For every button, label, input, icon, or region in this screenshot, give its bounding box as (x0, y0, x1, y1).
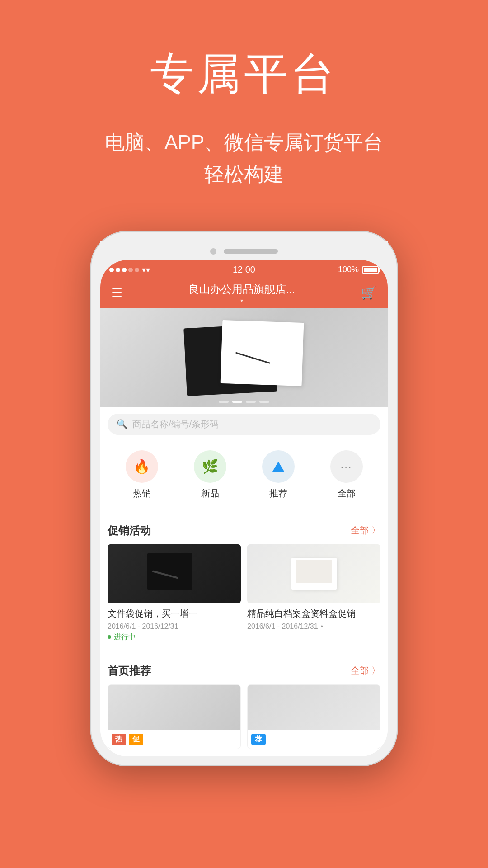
hero-subtitle-line2: 轻松构建 (204, 163, 284, 185)
nav-chevron-icon: ▾ (240, 297, 243, 304)
triangle-icon (272, 460, 285, 473)
promo-title-1: 文件袋促销，买一增一 (108, 608, 241, 620)
banner[interactable] (100, 308, 388, 407)
promo-img-1 (108, 544, 241, 603)
banner-indicators (219, 401, 269, 403)
status-bar: ▾▾ 12:00 100% (100, 260, 388, 280)
status-left: ▾▾ (109, 265, 150, 275)
status-dot-1 (108, 635, 111, 639)
status-time: 12:00 (233, 264, 255, 275)
new-icon: 🌿 (202, 458, 218, 474)
category-rec[interactable]: 推荐 (262, 450, 295, 500)
dots-icon: ··· (340, 460, 352, 473)
promotions-title: 促销活动 (108, 524, 151, 538)
featured-item-1[interactable]: 热 促 (108, 684, 241, 749)
hot-icon: 🔥 (133, 458, 150, 474)
promo-date-1: 2016/6/1 - 2016/12/31 (108, 623, 241, 631)
category-new[interactable]: 🌿 新品 (194, 450, 226, 500)
cat-new-label: 新品 (201, 487, 219, 500)
phone-camera (210, 248, 216, 255)
cat-all-label: 全部 (338, 487, 356, 500)
banner-content (178, 310, 310, 406)
status-active-1: 进行中 (114, 632, 136, 642)
promo-img-dark (108, 544, 241, 603)
search-section: 🔍 商品名称/编号/条形码 (100, 407, 388, 441)
promo-cards: 文件袋促销，买一增一 2016/6/1 - 2016/12/31 进行中 (108, 544, 380, 642)
featured-items: 热 促 荐 (108, 684, 380, 749)
hero-title: 专属平台 (0, 45, 488, 104)
signal-dot-5 (135, 268, 139, 272)
phone-inner: ▾▾ 12:00 100% ☰ 良山办公用品旗舰店... ▾ 🛒 (100, 260, 388, 756)
featured-more[interactable]: 全部 〉 (351, 665, 380, 677)
badge-row-1: 热 促 (108, 730, 240, 749)
nav-title-container: 良山办公用品旗舰店... ▾ (188, 282, 295, 304)
featured-title: 首页推荐 (108, 664, 151, 678)
badge-row-2: 荐 (248, 730, 380, 749)
status-right: 100% (338, 265, 379, 274)
promotions-section: 促销活动 全部 〉 (100, 516, 388, 649)
category-all[interactable]: ··· 全部 (330, 450, 363, 500)
battery-fill (364, 268, 377, 272)
search-placeholder: 商品名称/编号/条形码 (132, 418, 219, 430)
promo-title-2: 精品纯白档案盒资料盒促销 (247, 608, 380, 620)
promo-date-2: 2016/6/1 - 2016/12/31 • (247, 623, 380, 631)
cat-rec-label: 推荐 (269, 487, 287, 500)
featured-header: 首页推荐 全部 〉 (108, 664, 380, 678)
hero-subtitle-line1: 电脑、APP、微信专属订货平台 (105, 131, 383, 153)
cat-all-circle: ··· (330, 450, 363, 483)
battery-icon (362, 266, 379, 274)
cat-new-circle: 🌿 (194, 450, 226, 483)
badge-rec: 荐 (251, 734, 266, 745)
cat-hot-circle: 🔥 (126, 450, 158, 483)
badge-hot: 热 (112, 734, 126, 745)
nav-bar: ☰ 良山办公用品旗舰店... ▾ 🛒 (100, 280, 388, 308)
promo-status-1: 进行中 (108, 632, 241, 642)
battery-percent: 100% (338, 265, 359, 274)
hero-section: 专属平台 电脑、APP、微信专属订货平台 轻松构建 (0, 0, 488, 217)
promo-img-2 (247, 544, 380, 603)
signal-dots (109, 268, 139, 272)
promotions-more[interactable]: 全部 〉 (351, 524, 380, 537)
promo-card-2[interactable]: 精品纯白档案盒资料盒促销 2016/6/1 - 2016/12/31 • (247, 544, 380, 642)
indicator-3 (246, 401, 256, 403)
category-hot[interactable]: 🔥 热销 (126, 450, 158, 500)
badge-promo: 促 (129, 734, 143, 745)
search-bar[interactable]: 🔍 商品名称/编号/条形码 (108, 414, 380, 435)
featured-item-2[interactable]: 荐 (247, 684, 380, 749)
promotions-header: 促销活动 全部 〉 (108, 524, 380, 538)
cat-rec-circle (262, 450, 295, 483)
promo-card-1[interactable]: 文件袋促销，买一增一 2016/6/1 - 2016/12/31 进行中 (108, 544, 241, 642)
phone-speaker (224, 249, 278, 254)
cat-hot-label: 热销 (133, 487, 151, 500)
svg-marker-0 (272, 462, 284, 472)
promo-img-light (247, 544, 380, 603)
signal-dot-4 (128, 268, 133, 272)
indicator-1 (219, 401, 229, 403)
featured-img-1 (108, 685, 240, 730)
menu-icon[interactable]: ☰ (111, 285, 122, 300)
hero-subtitle: 电脑、APP、微信专属订货平台 轻松构建 (0, 127, 488, 190)
cart-icon[interactable]: 🛒 (361, 285, 377, 300)
signal-dot-1 (109, 268, 114, 272)
phone-frame: ▾▾ 12:00 100% ☰ 良山办公用品旗舰店... ▾ 🛒 (90, 231, 398, 766)
signal-dot-2 (116, 268, 120, 272)
categories-section: 🔥 热销 🌿 新品 推荐 (100, 441, 388, 509)
search-icon: 🔍 (117, 419, 128, 429)
featured-img-2 (248, 685, 380, 730)
featured-section: 首页推荐 全部 〉 热 促 荐 (100, 656, 388, 756)
indicator-2 (232, 401, 242, 403)
phone-mockup-container: ▾▾ 12:00 100% ☰ 良山办公用品旗舰店... ▾ 🛒 (0, 231, 488, 766)
promo-status-dot: • (321, 623, 324, 631)
signal-dot-3 (122, 268, 127, 272)
store-name: 良山办公用品旗舰店... (188, 282, 295, 297)
wifi-icon: ▾▾ (142, 265, 150, 275)
indicator-4 (259, 401, 269, 403)
phone-top-bar (100, 241, 388, 260)
